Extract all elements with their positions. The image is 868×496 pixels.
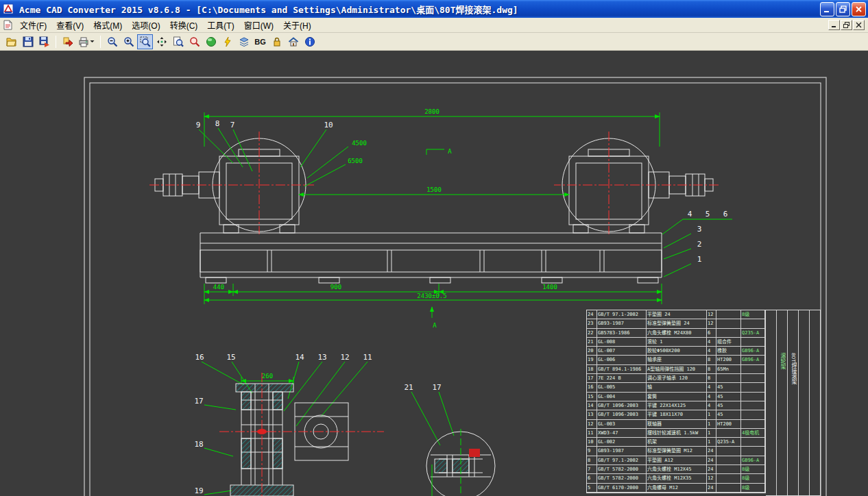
app-window: Acme CAD Converter 2015 v8.6.8 - [C:\Doc… [0,0,868,496]
bom-no: 5 [587,484,597,493]
bom-code: XWD3-47 [597,429,647,438]
open-button[interactable] [3,34,19,49]
zoom-window-icon [140,36,151,47]
menu-item[interactable]: 关于(H) [278,17,316,33]
menu-item[interactable]: 格式(M) [88,17,127,33]
bom-code: GL-002 [597,438,647,447]
callout-number: 13 [317,353,326,362]
minimize-button[interactable] [820,2,834,16]
zoom-window-button[interactable] [137,34,153,49]
pan-arrows-icon [156,36,167,47]
callout-number: 16 [195,353,204,362]
full-view-button[interactable] [203,34,219,49]
bom-code: GB/T 1096-2003 [597,401,647,410]
home-view-button[interactable] [285,34,301,49]
quick-render-button[interactable] [219,34,235,49]
bom-qty: 8 [707,365,716,374]
callout-number: 8 [215,119,220,128]
bom-code: GL-005 [597,383,647,392]
zoom-extents-button[interactable] [154,34,169,49]
menu-item[interactable]: 转换(C) [165,17,203,33]
watermark-button[interactable] [269,34,285,49]
bom-qty: 24 [707,465,716,474]
home-icon [288,36,299,47]
bom-no: 10 [587,438,597,447]
bom-note [741,401,765,410]
zoom-out-button[interactable] [104,34,120,49]
bom-note: GB96-A [741,456,765,465]
print-button[interactable] [76,34,97,49]
zoom-all-button[interactable] [170,34,186,49]
save-button[interactable] [20,34,36,49]
bom-code: GL-003 [597,420,647,429]
bom-code: GB/T 5782-2000 [597,474,647,483]
close-button[interactable] [852,2,866,16]
section-label: A [433,322,437,329]
save-as-button[interactable] [36,34,52,49]
zoom-in-button[interactable] [121,34,136,49]
bom-note [741,438,765,447]
floppy-icon [23,36,34,47]
menu-item[interactable]: 选项(O) [127,17,165,33]
bom-no: 16 [587,383,597,392]
find-button[interactable] [186,34,202,49]
lock-icon [272,36,282,47]
bom-name: 平键 18X11X70 [647,410,707,419]
restore-button[interactable] [836,2,850,16]
bom-name: 六角螺母 M12 [647,484,707,493]
bom-qty: 12 [707,319,716,328]
bom-code: 7E 224 B [597,374,647,383]
menu-item[interactable]: 文件(F) [15,17,51,33]
layers-button[interactable] [236,34,252,49]
toolbar-separator [56,36,56,48]
bom-material: HT200 [716,356,741,364]
bom-qty: 4 [707,393,716,401]
about-button[interactable] [302,34,317,49]
callout-number: 18 [194,440,203,449]
callout-number: 9 [196,121,201,129]
bom-qty: 4 [707,338,716,347]
bom-name: 六角头螺栓 M24X80 [647,329,707,338]
mdi-minimize-button[interactable] [828,20,840,30]
bom-no: 22 [587,329,597,338]
document-icon[interactable] [1,20,14,31]
bom-material [716,319,741,328]
bom-no: 19 [587,356,597,364]
bom-material: HT200 [716,420,741,429]
bom-qty: 1 [707,429,716,438]
key-section [257,429,267,434]
bom-no: 7 [587,465,597,474]
menu-item[interactable]: 窗口(W) [239,17,278,33]
menu-item[interactable]: 工具(T) [202,17,239,33]
bom-material: 45 [716,410,741,419]
menu-item[interactable]: 查看(V) [51,17,88,33]
background-toggle-button[interactable]: BG [252,34,268,49]
menu-bar: 文件(F)查看(V)格式(M)选项(O)转换(C)工具(T)窗口(W)关于(H) [0,18,868,33]
bom-name: 轴 [647,383,707,392]
bom-name: 机架 [647,438,707,447]
bom-no: 9 [587,447,597,456]
bom-note: 8级 [741,474,765,483]
bom-qty: 1 [707,410,716,419]
bom-name: 六角头螺栓 M12X45 [647,465,707,474]
bom-material: 65Mn [716,365,741,374]
lightning-icon [222,36,233,47]
drawing-canvas[interactable]: 2800 1500 A 440 900 1400 2430±0. [0,51,868,496]
bom-material [716,447,741,456]
bom-no: 14 [587,401,597,410]
mdi-close-button[interactable] [853,20,865,30]
bom-name: 平垫圈 24 [647,310,707,319]
convert-button[interactable] [60,34,75,49]
bom-name: 调心滚子轴承 120 [647,374,707,383]
bom-material [716,374,741,383]
callout-number: 1 [697,255,702,264]
bom-code: GB/T 5782-2000 [597,465,647,474]
callout-number: 17 [432,383,441,392]
callout-number: 19 [194,486,203,495]
bom-name: 平垫圈 A12 [647,456,707,465]
bom-code: GB93-1987 [597,447,647,456]
mdi-restore-button[interactable] [841,20,852,30]
bom-qty: 8 [707,374,716,383]
title-block-column [810,310,820,495]
zoom-in-icon [123,36,134,47]
